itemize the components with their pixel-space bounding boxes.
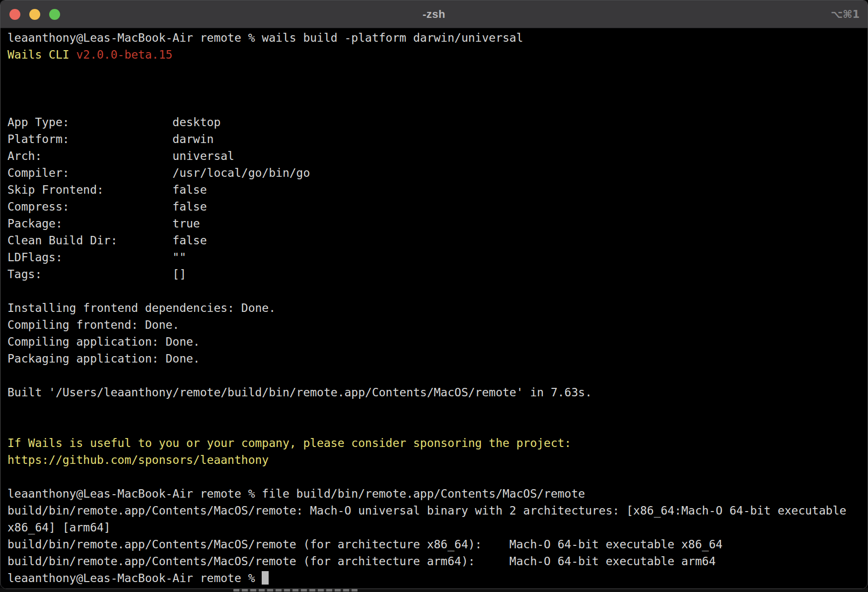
terminal-text: Compiling frontend: Done.	[7, 318, 179, 331]
terminal-text: leaanthony@Leas-MacBook-Air remote % fil…	[7, 487, 585, 500]
terminal-line	[7, 63, 867, 80]
terminal-line: Arch: universal	[7, 148, 867, 164]
background-window-text-blur	[233, 589, 358, 592]
terminal-text: Package: true	[7, 217, 200, 230]
terminal-window: -zsh ⌥⌘1 leaanthony@Leas-MacBook-Air rem…	[0, 0, 868, 589]
terminal-text: Compress: false	[7, 200, 207, 213]
terminal-line: Tags: []	[7, 266, 867, 283]
terminal-line: build/bin/remote.app/Contents/MacOS/remo…	[7, 502, 867, 519]
terminal-text: build/bin/remote.app/Contents/MacOS/remo…	[7, 555, 716, 568]
terminal-line: build/bin/remote.app/Contents/MacOS/remo…	[7, 536, 867, 553]
terminal-line: Compiler: /usr/local/go/bin/go	[7, 164, 867, 181]
terminal-line	[7, 80, 867, 97]
terminal-text: Compiling application: Done.	[7, 335, 200, 348]
terminal-cursor	[262, 571, 269, 585]
terminal-text: build/bin/remote.app/Contents/MacOS/remo…	[7, 538, 723, 551]
terminal-text: Packaging application: Done.	[7, 352, 200, 365]
terminal-line: Package: true	[7, 215, 867, 232]
terminal-line: Wails CLI v2.0.0-beta.15	[7, 46, 867, 63]
terminal-line	[7, 401, 867, 418]
terminal-text: Compiler: /usr/local/go/bin/go	[7, 166, 310, 179]
terminal-line: Compress: false	[7, 198, 867, 215]
terminal-line: Clean Build Dir: false	[7, 232, 867, 249]
terminal-line: Packaging application: Done.	[7, 350, 867, 367]
terminal-text: Arch: universal	[7, 149, 234, 162]
terminal-line: LDFlags: ""	[7, 249, 867, 266]
terminal-line: Built '/Users/leaanthony/remote/build/bi…	[7, 384, 867, 401]
terminal-text: Platform: darwin	[7, 133, 214, 146]
terminal-line: x86_64] [arm64]	[7, 519, 867, 536]
terminal-line: leaanthony@Leas-MacBook-Air remote %	[7, 570, 867, 587]
window-title: -zsh	[423, 8, 445, 21]
terminal-line	[7, 97, 867, 114]
terminal-line	[7, 468, 867, 485]
terminal-text: Installing frontend dependencies: Done.	[7, 301, 276, 314]
terminal-text: build/bin/remote.app/Contents/MacOS/remo…	[7, 504, 846, 517]
terminal-line: Skip Frontend: false	[7, 181, 867, 198]
terminal-text: x86_64] [arm64]	[7, 521, 111, 534]
terminal-text: Built '/Users/leaanthony/remote/build/bi…	[7, 386, 592, 399]
terminal-text: leaanthony@Leas-MacBook-Air remote %	[7, 572, 262, 585]
terminal-text: App Type: desktop	[7, 116, 220, 129]
terminal-line: build/bin/remote.app/Contents/MacOS/remo…	[7, 553, 867, 570]
terminal-line	[7, 367, 867, 384]
terminal-line: Platform: darwin	[7, 131, 867, 148]
terminal-line: Compiling application: Done.	[7, 333, 867, 350]
close-button[interactable]	[9, 9, 20, 20]
terminal-text: Wails CLI	[7, 48, 76, 61]
terminal-line: Compiling frontend: Done.	[7, 316, 867, 333]
terminal-line	[7, 418, 867, 435]
terminal-output[interactable]: leaanthony@Leas-MacBook-Air remote % wai…	[1, 28, 867, 589]
window-shortcut-badge: ⌥⌘1	[831, 0, 860, 28]
traffic-lights	[9, 0, 60, 28]
terminal-text: https://github.com/sponsors/leaanthony	[7, 453, 269, 466]
terminal-line: App Type: desktop	[7, 114, 867, 131]
terminal-text: If Wails is useful to you or your compan…	[7, 437, 571, 449]
desktop-background: -zsh ⌥⌘1 leaanthony@Leas-MacBook-Air rem…	[0, 0, 868, 592]
terminal-text: Clean Build Dir: false	[7, 234, 207, 247]
terminal-text: leaanthony@Leas-MacBook-Air remote % wai…	[7, 31, 523, 44]
terminal-line: https://github.com/sponsors/leaanthony	[7, 451, 867, 468]
terminal-line: If Wails is useful to you or your compan…	[7, 435, 867, 451]
terminal-text: LDFlags: ""	[7, 251, 186, 264]
window-titlebar[interactable]: -zsh ⌥⌘1	[0, 0, 868, 28]
minimize-button[interactable]	[29, 9, 40, 20]
terminal-text: Tags: []	[7, 268, 186, 281]
terminal-line: leaanthony@Leas-MacBook-Air remote % fil…	[7, 485, 867, 502]
terminal-text: Skip Frontend: false	[7, 183, 207, 196]
terminal-text: v2.0.0-beta.15	[76, 48, 172, 61]
zoom-button[interactable]	[49, 9, 60, 20]
terminal-line: leaanthony@Leas-MacBook-Air remote % wai…	[7, 29, 867, 46]
terminal-line	[7, 283, 867, 299]
terminal-line: Installing frontend dependencies: Done.	[7, 299, 867, 316]
